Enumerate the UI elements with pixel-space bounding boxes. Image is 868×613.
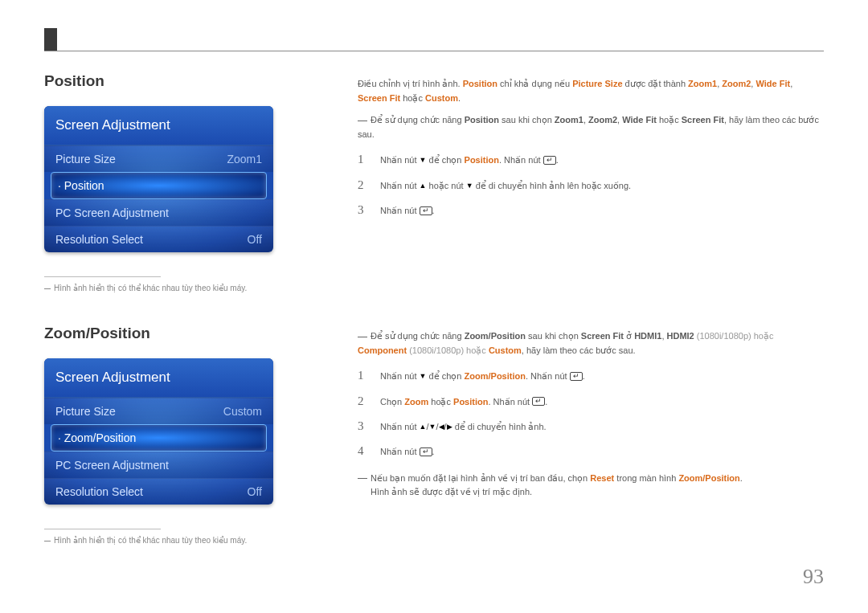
osd-menu: Screen Adjustment Picture Size Zoom1 · P… [44,106,273,252]
menu-label: PC Screen Adjustment [55,206,169,219]
menu-row-zoom-position[interactable]: · Zoom/Position [51,424,267,452]
up-icon: ▲ [420,181,427,191]
enter-icon [532,397,545,406]
menu-label: Picture Size [55,153,116,166]
enter-icon [570,372,583,381]
menu-value: Off [248,233,262,246]
menu-label: Resolution Select [55,233,143,246]
right-icon: ▶ [447,422,452,432]
osd-menu: Screen Adjustment Picture Size Custom · … [44,358,273,505]
osd-menu-header: Screen Adjustment [44,106,273,145]
up-icon: ▲ [420,422,427,432]
down-icon: ▼ [420,371,427,382]
menu-row-pc-screen[interactable]: PC Screen Adjustment [44,199,273,226]
menu-label: Resolution Select [55,485,143,498]
step-2: 2 Nhấn nút ▲ hoặc nút ▼ để di chuyển hìn… [358,178,824,192]
step-1: 1 Nhấn nút ▼ để chọn Position. Nhấn nút … [358,153,824,166]
menu-row-resolution[interactable]: Resolution Select Off [44,478,273,505]
section-title: Zoom/Position [44,325,358,342]
section-zoom-position: Zoom/Position Screen Adjustment Picture … [44,325,824,545]
note-rule [44,276,161,277]
image-note: Hình ảnh hiển thị có thể khác nhau tùy t… [44,284,358,292]
steps-list: 1 Nhấn nút ▼ để chọn Position. Nhấn nút … [358,153,824,217]
down-icon: ▼ [429,422,436,432]
menu-label: · Position [58,179,104,192]
menu-label: PC Screen Adjustment [55,459,169,472]
enter-icon [543,156,556,165]
dash-note-reset: Nếu bạn muốn đặt lại hình ảnh về vị trí … [358,472,824,500]
step-3: 3 Nhấn nút . [358,203,824,217]
step-2: 2 Chọn Zoom hoặc Position. Nhấn nút . [358,394,824,408]
step-1: 1 Nhấn nút ▼ để chọn Zoom/Position. Nhấn… [358,369,824,382]
page-header-mark [44,28,57,51]
left-icon: ◀ [439,422,444,432]
menu-row-resolution[interactable]: Resolution Select Off [44,226,273,252]
menu-label: Picture Size [55,405,116,418]
down-icon: ▼ [420,155,427,166]
menu-label: · Zoom/Position [58,431,136,444]
section-position: Position Screen Adjustment Picture Size … [44,72,824,292]
menu-row-position[interactable]: · Position [51,172,267,199]
menu-row-picture-size[interactable]: Picture Size Custom [44,398,273,424]
menu-value: Zoom1 [227,153,262,166]
enter-icon [420,447,432,456]
section-title: Position [44,72,358,90]
dash-note: Để sử dụng chức năng Position sau khi ch… [358,113,824,141]
menu-value: Off [248,485,262,498]
menu-value: Custom [223,405,262,418]
menu-row-pc-screen[interactable]: PC Screen Adjustment [44,452,273,478]
menu-row-picture-size[interactable]: Picture Size Zoom1 [44,145,273,172]
page-number: 93 [803,565,824,589]
dash-note: Để sử dụng chức năng Zoom/Position sau k… [358,329,824,358]
image-note: Hình ảnh hiển thị có thể khác nhau tùy t… [44,536,358,545]
steps-list: 1 Nhấn nút ▼ để chọn Zoom/Position. Nhấn… [358,369,824,459]
osd-menu-header: Screen Adjustment [44,358,273,398]
step-3: 3 Nhấn nút ▲/▼/◀/▶ để di chuyển hình ảnh… [358,419,824,433]
note-rule [44,529,161,529]
intro-text: Điều chỉnh vị trí hình ảnh. Position chỉ… [358,77,824,105]
enter-icon [420,206,432,215]
page-header-rule [44,51,824,51]
down-icon: ▼ [466,181,473,191]
step-4: 4 Nhấn nút . [358,444,824,458]
